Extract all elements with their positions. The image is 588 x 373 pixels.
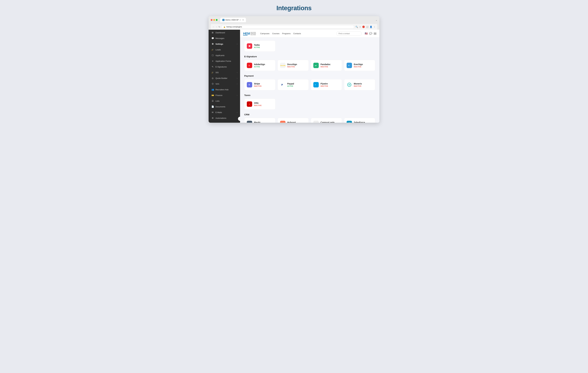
nav-courses[interactable]: Courses bbox=[272, 33, 279, 35]
tab-close-button[interactable]: ✕ bbox=[240, 19, 241, 21]
sidebar-item-e-mails[interactable]: ✉ E-Mails › bbox=[209, 110, 240, 115]
card-eversign[interactable]: e EverSign INACTIVE bbox=[344, 60, 375, 71]
chat-icon[interactable]: 💬 bbox=[369, 32, 372, 35]
svg-text:S: S bbox=[249, 84, 250, 86]
browser-window: H Demo | HEM-SP ✕ + ⌄ ← → ↻ 🔒 hemsp.com/… bbox=[209, 16, 379, 123]
hamburger-button[interactable] bbox=[374, 33, 377, 34]
card-flywire[interactable]: ≈ Flywire INACTIVE bbox=[311, 79, 342, 90]
top-nav: HEM EDUCATION MARKETING SOLUTIONS Campus… bbox=[240, 30, 379, 37]
paypal-logo: 𝐏 bbox=[280, 82, 285, 88]
sidebar-item-automations[interactable]: ⚙ Automations bbox=[209, 115, 240, 121]
settings-icon: ⚙ bbox=[211, 43, 214, 45]
browser-tab[interactable]: H Demo | HEM-SP ✕ + bbox=[220, 18, 246, 22]
salesforce-logo bbox=[346, 121, 352, 123]
paypal-name: Paypal bbox=[287, 82, 294, 85]
sidebar-label-lists: Lists bbox=[215, 100, 220, 102]
sidebar-item-settings[interactable]: ⚙ Settings › bbox=[209, 41, 240, 47]
stripe-status: INACTIVE bbox=[254, 85, 262, 87]
twilio-status: ACTIVE bbox=[254, 47, 260, 48]
lists-icon: ☰ bbox=[211, 100, 214, 102]
e-signature-section: E-Signature A AdobeSign ACTIVE bbox=[244, 55, 375, 71]
svg-point-3 bbox=[250, 45, 250, 46]
twilio-logo bbox=[247, 43, 252, 49]
sidebar-item-vaa[interactable]: ➕ VAA › bbox=[209, 81, 240, 87]
bookmark-icon[interactable]: ☆ bbox=[359, 26, 361, 28]
address-bar[interactable]: 🔒 hemsp.com/plugins bbox=[221, 25, 354, 29]
hamburger-line-3 bbox=[374, 34, 377, 34]
menu-icon[interactable]: ⋮ bbox=[373, 26, 376, 28]
sidebar: ⊞ Dashboard 💬 Messages ⚙ Settings › 🎓 Le… bbox=[209, 30, 240, 123]
browser-toolbar-icons: 🔍 ☆ ⬜ 👤 ⋮ bbox=[356, 26, 376, 28]
sidebar-item-documents[interactable]: 📄 Documents bbox=[209, 104, 240, 110]
leads-icon: 🎓 bbox=[211, 48, 214, 51]
card-hubspot[interactable]: Hubspot INACTIVE bbox=[277, 118, 309, 123]
tab-favicon: H bbox=[222, 19, 224, 21]
sidebar-item-dashboard[interactable]: ⊞ Dashboard bbox=[209, 30, 240, 35]
campuslogin-info: CampusLogin INACTIVE bbox=[321, 121, 335, 123]
sidebar-label-messages: Messages bbox=[215, 37, 224, 39]
cra-info: CRA INACTIVE bbox=[254, 102, 262, 106]
browser-more-button[interactable]: ⌄ bbox=[376, 19, 377, 21]
sidebar-item-e-signatures[interactable]: ✎ E-Signatures bbox=[209, 64, 240, 70]
card-cra[interactable]: 🍁 CRA INACTIVE bbox=[244, 99, 275, 110]
eversign-logo: e bbox=[346, 63, 352, 68]
language-flag[interactable]: 🇺🇸 bbox=[365, 32, 368, 35]
cra-status: INACTIVE bbox=[254, 105, 262, 106]
content-area: Twilio ACTIVE E-Signature A bbox=[240, 37, 379, 123]
moneris-logo bbox=[346, 82, 352, 88]
find-contact-input[interactable] bbox=[336, 32, 362, 36]
card-campuslogin[interactable]: campus CampusLogin INACTIVE bbox=[311, 118, 342, 123]
sidebar-item-messages[interactable]: 💬 Messages bbox=[209, 35, 240, 41]
card-twilio[interactable]: Twilio ACTIVE bbox=[244, 41, 275, 52]
sidebar-label-automations: Automations bbox=[215, 117, 226, 119]
sidebar-item-lists[interactable]: ☰ Lists bbox=[209, 98, 240, 104]
sidebar-item-quote-builder[interactable]: ◎ Quote Builder › bbox=[209, 75, 240, 81]
nav-contacts[interactable]: Contacts bbox=[293, 33, 301, 35]
docusign-status: INACTIVE bbox=[287, 66, 297, 68]
recruiters-hub-icon: 👥 bbox=[211, 88, 214, 91]
card-paypal[interactable]: 𝐏 Paypal ACTIVE bbox=[277, 79, 309, 90]
minimize-dot[interactable] bbox=[213, 19, 215, 21]
moneris-name: Moneris bbox=[354, 82, 362, 85]
back-button[interactable]: ← bbox=[212, 26, 215, 28]
nav-campuses[interactable]: Campuses bbox=[260, 33, 269, 35]
new-tab-button[interactable]: + bbox=[242, 19, 244, 21]
sidebar-item-finance[interactable]: 💳 Finance › bbox=[209, 92, 240, 98]
extensions-icon[interactable]: ⬜ bbox=[366, 26, 368, 28]
sidebar-item-recruiters-hub[interactable]: 👥 Recruiters Hub bbox=[209, 87, 240, 92]
maximize-dot[interactable] bbox=[216, 19, 218, 21]
sis-arrow: › bbox=[237, 72, 237, 73]
card-docusign[interactable]: DocuSign DocuSign INACTIVE bbox=[277, 60, 309, 71]
profile-icon[interactable]: 👤 bbox=[370, 26, 372, 28]
sidebar-label-sis: SIS bbox=[215, 71, 219, 74]
svg-text:🍁: 🍁 bbox=[248, 103, 250, 105]
adobesign-status: ACTIVE bbox=[254, 66, 265, 68]
sidebar-item-application-forms[interactable]: ≡ Application Forms bbox=[209, 58, 240, 64]
mautic-logo: m bbox=[247, 121, 252, 123]
logo-subtext: EDUCATION MARKETING SOLUTIONS bbox=[251, 32, 256, 35]
eversign-info: EverSign INACTIVE bbox=[354, 63, 363, 68]
finance-arrow: › bbox=[237, 95, 237, 96]
svg-text:e: e bbox=[348, 64, 349, 66]
pandadoc-status: INACTIVE bbox=[321, 66, 331, 68]
close-dot[interactable] bbox=[211, 19, 212, 21]
automations-icon: ⚙ bbox=[211, 117, 214, 119]
card-moneris[interactable]: Moneris INACTIVE bbox=[344, 79, 375, 90]
payment-title: Payment bbox=[244, 75, 375, 77]
forward-button[interactable]: → bbox=[215, 26, 218, 28]
sidebar-item-sis[interactable]: 🎓 SIS › bbox=[209, 70, 240, 75]
card-pandadoc[interactable]: pd Pandadoc INACTIVE bbox=[311, 60, 342, 71]
sidebar-item-applicants[interactable]: ☐ Applicants bbox=[209, 53, 240, 58]
refresh-button[interactable]: ↻ bbox=[219, 26, 220, 28]
sidebar-item-leads[interactable]: 🎓 Leads bbox=[209, 47, 240, 53]
pandadoc-name: Pandadoc bbox=[321, 63, 331, 66]
search-icon[interactable]: 🔍 bbox=[356, 26, 358, 28]
nav-programs[interactable]: Programs bbox=[282, 33, 291, 35]
card-adobesign[interactable]: A AdobeSign ACTIVE bbox=[244, 60, 275, 71]
card-mautic[interactable]: m Mautic ACTIVE bbox=[244, 118, 275, 123]
card-salesforce[interactable]: SalesForce INACTIVE bbox=[344, 118, 375, 123]
logo: HEM EDUCATION MARKETING SOLUTIONS bbox=[243, 32, 256, 35]
card-stripe[interactable]: S Stripe INACTIVE bbox=[244, 79, 275, 90]
eversign-status: INACTIVE bbox=[354, 66, 363, 68]
hubspot-logo bbox=[280, 121, 285, 123]
